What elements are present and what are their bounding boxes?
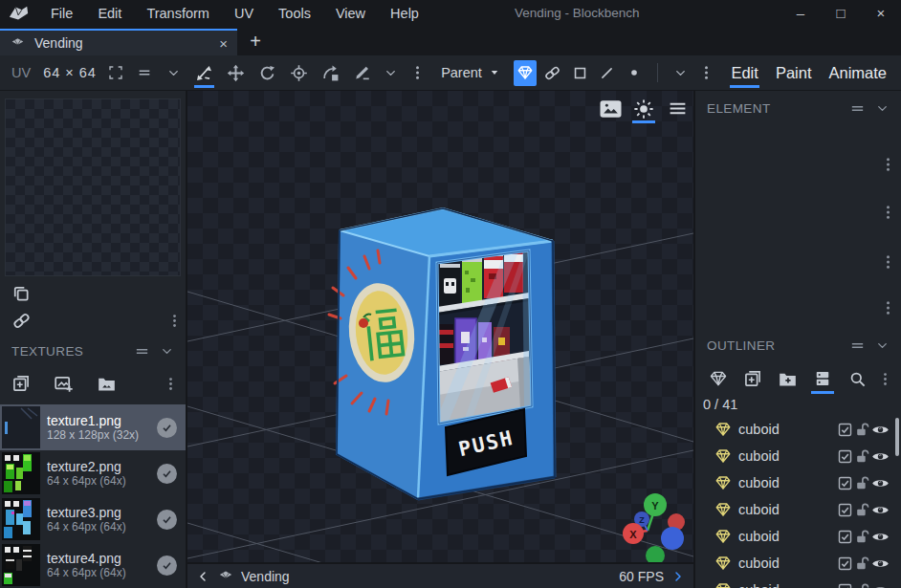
link-uv-button[interactable] bbox=[542, 60, 563, 86]
maximize-button[interactable]: □ bbox=[821, 0, 861, 27]
open-texture-folder-button[interactable] bbox=[97, 374, 117, 394]
outliner-row[interactable]: cuboid bbox=[695, 443, 901, 469]
lock-open-icon[interactable] bbox=[854, 529, 870, 545]
line-mode-button[interactable] bbox=[596, 60, 617, 86]
menu-help[interactable]: Help bbox=[378, 0, 431, 27]
lock-open-icon[interactable] bbox=[854, 502, 870, 518]
export-checkbox-icon[interactable] bbox=[837, 555, 853, 572]
uv-viewer[interactable] bbox=[5, 98, 181, 276]
texture-enabled-badge[interactable] bbox=[157, 510, 177, 530]
frame-uv-button[interactable] bbox=[103, 56, 129, 89]
uv-size-value[interactable]: 64 × 64 bbox=[43, 65, 97, 80]
outliner-row[interactable]: cuboid bbox=[695, 469, 901, 496]
add-group-button[interactable] bbox=[778, 364, 798, 393]
export-checkbox-icon[interactable] bbox=[837, 448, 853, 465]
resize-tool-button[interactable] bbox=[223, 56, 249, 89]
position-row-menu-button[interactable] bbox=[885, 156, 891, 173]
size-row-menu-button[interactable] bbox=[885, 204, 891, 221]
brush-tool-button[interactable] bbox=[349, 56, 375, 89]
pivot-tool-button[interactable] bbox=[286, 56, 312, 89]
outliner-row[interactable]: cuboid bbox=[695, 523, 901, 550]
rotation-space-dropdown[interactable]: Parent bbox=[433, 65, 508, 80]
drag-handle-icon[interactable] bbox=[134, 343, 150, 359]
visibility-eye-icon[interactable] bbox=[871, 474, 890, 492]
chevron-down-icon[interactable] bbox=[875, 101, 890, 116]
shading-toggle-button[interactable] bbox=[631, 96, 656, 121]
create-texture-button[interactable] bbox=[11, 374, 31, 393]
lock-open-icon[interactable] bbox=[854, 422, 870, 438]
lock-open-icon[interactable] bbox=[854, 555, 870, 572]
tools-menu-button[interactable] bbox=[407, 56, 428, 89]
uv-panel-menu-button[interactable] bbox=[171, 313, 186, 329]
menu-file[interactable]: File bbox=[38, 0, 85, 27]
export-checkbox-icon[interactable] bbox=[837, 529, 853, 545]
menu-uv[interactable]: UV bbox=[222, 0, 266, 27]
menu-view[interactable]: View bbox=[323, 0, 378, 27]
rotation-row-menu-button[interactable] bbox=[885, 299, 891, 316]
texture-row[interactable]: texture4.png 64 x 64px (64x) bbox=[0, 542, 186, 588]
drag-handle-icon[interactable] bbox=[849, 338, 866, 354]
export-checkbox-icon[interactable] bbox=[837, 475, 853, 491]
export-checkbox-icon[interactable] bbox=[837, 582, 853, 588]
vertex-snap-tool-button[interactable] bbox=[318, 56, 343, 89]
chevron-down-icon[interactable] bbox=[160, 344, 174, 359]
outliner-row[interactable]: cuboid bbox=[695, 416, 901, 443]
copy-button[interactable] bbox=[11, 284, 31, 303]
close-button[interactable]: × bbox=[861, 0, 901, 27]
pivot-row-menu-button[interactable] bbox=[885, 253, 891, 271]
outliner-scrollbar[interactable] bbox=[895, 418, 899, 456]
dot-mode-button[interactable] bbox=[623, 60, 644, 86]
lock-open-icon[interactable] bbox=[854, 448, 870, 465]
lock-open-icon[interactable] bbox=[854, 475, 870, 491]
texture-enabled-badge[interactable] bbox=[157, 555, 177, 576]
tab-vending[interactable]: Vending × bbox=[0, 29, 237, 55]
gizmo-neg-y-ball[interactable] bbox=[646, 546, 665, 562]
move-tool-button[interactable] bbox=[191, 56, 217, 89]
select-gem-button[interactable] bbox=[708, 364, 728, 393]
search-outliner-button[interactable] bbox=[847, 364, 868, 393]
visibility-eye-icon[interactable] bbox=[871, 555, 890, 573]
toggle-outliner-options-button[interactable] bbox=[812, 364, 832, 393]
outliner-row[interactable]: cuboid bbox=[695, 496, 901, 523]
visibility-eye-icon[interactable] bbox=[871, 447, 890, 466]
import-texture-button[interactable] bbox=[54, 374, 74, 394]
toolbar-expand-button[interactable] bbox=[670, 56, 691, 89]
export-checkbox-icon[interactable] bbox=[837, 502, 853, 518]
menu-tools[interactable]: Tools bbox=[266, 0, 323, 27]
new-tab-button[interactable]: + bbox=[237, 27, 274, 55]
menu-transform[interactable]: Transform bbox=[134, 0, 222, 27]
tools-expand-button[interactable] bbox=[381, 56, 401, 89]
rotate-tool-button[interactable] bbox=[254, 56, 280, 89]
outliner-row[interactable]: cuboid bbox=[695, 577, 901, 588]
visibility-eye-icon[interactable] bbox=[871, 528, 890, 546]
tab-paint-mode[interactable]: Paint bbox=[767, 56, 821, 89]
viewport-3d[interactable]: PUSH bbox=[187, 91, 693, 562]
vending-machine-model[interactable]: PUSH bbox=[329, 208, 555, 499]
tab-close-icon[interactable]: × bbox=[219, 35, 228, 52]
uv-collapse-button[interactable] bbox=[161, 56, 187, 89]
texture-enabled-badge[interactable] bbox=[157, 464, 177, 484]
toggle-gem-button[interactable] bbox=[514, 60, 537, 86]
outliner-row[interactable]: cuboid bbox=[695, 550, 901, 577]
texture-row[interactable]: texture1.png 128 x 128px (32x) bbox=[0, 404, 186, 450]
visibility-eye-icon[interactable] bbox=[871, 581, 890, 588]
texture-enabled-badge[interactable] bbox=[157, 418, 177, 438]
tab-edit-mode[interactable]: Edit bbox=[722, 56, 766, 89]
uv-drag-handle[interactable] bbox=[132, 56, 158, 89]
chevron-left-icon[interactable] bbox=[195, 569, 210, 584]
box-uv-button[interactable] bbox=[569, 60, 590, 86]
outliner-menu-button[interactable] bbox=[882, 371, 889, 387]
texture-row[interactable]: texture3.png 64 x 64px (64x) bbox=[0, 496, 186, 542]
textures-menu-button[interactable] bbox=[167, 376, 174, 392]
drag-handle-icon[interactable] bbox=[849, 100, 866, 117]
tab-animate-mode[interactable]: Animate bbox=[820, 56, 895, 89]
texture-row[interactable]: texture2.png 64 x 64px (64x) bbox=[0, 450, 186, 496]
menu-edit[interactable]: Edit bbox=[85, 0, 134, 27]
add-cube-button[interactable] bbox=[742, 364, 762, 393]
minimize-button[interactable]: – bbox=[780, 0, 821, 27]
export-checkbox-icon[interactable] bbox=[837, 422, 853, 438]
chevron-right-icon[interactable] bbox=[670, 569, 686, 584]
background-image-button[interactable] bbox=[598, 96, 623, 121]
chevron-down-icon[interactable] bbox=[875, 338, 890, 353]
viewport-menu-button[interactable] bbox=[665, 96, 690, 121]
